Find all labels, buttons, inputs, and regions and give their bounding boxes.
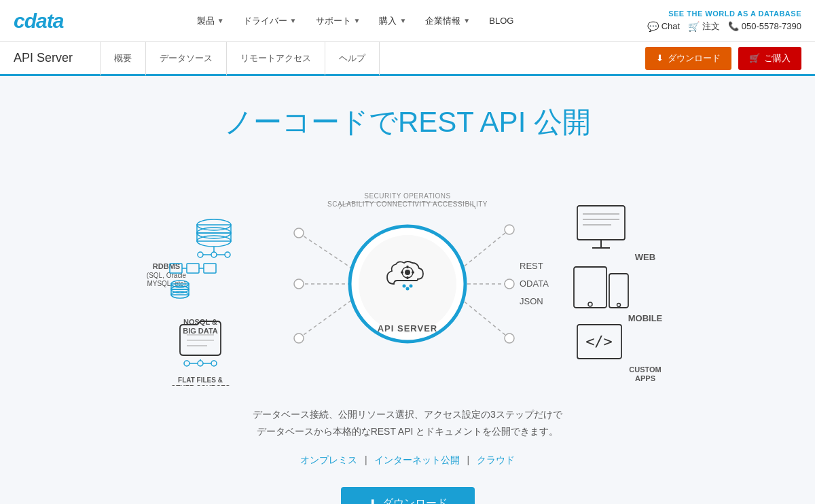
onprem-link[interactable]: オンプレミス <box>300 454 357 465</box>
order-link[interactable]: 🛒 注文 <box>688 20 720 33</box>
chevron-down-icon: ▼ <box>399 17 406 24</box>
links-row: オンプレミス | インターネット公開 | クラウド <box>300 454 514 467</box>
buy-button-subnav[interactable]: 🛒 ご購入 <box>738 47 801 70</box>
architecture-diagram: REST ODATA JSON <box>102 168 713 386</box>
subnav-help[interactable]: ヘルプ <box>325 41 380 75</box>
nav-item-products[interactable]: 製品 ▼ <box>189 10 232 33</box>
sub-nav-links: 概要 データソース リモートアクセス ヘルプ <box>100 41 645 75</box>
subnav-datasource[interactable]: データソース <box>146 41 227 75</box>
chat-icon: 💬 <box>647 21 659 32</box>
svg-text:OTHER SOURCES: OTHER SOURCES <box>170 384 230 386</box>
svg-point-24 <box>406 287 410 291</box>
phone-link[interactable]: 📞 050-5578-7390 <box>728 21 801 31</box>
sub-nav-actions: ⬇ ダウンロード 🛒 ご購入 <box>645 47 801 70</box>
svg-rect-22 <box>412 272 414 274</box>
description: データベース接続、公開リソース選択、アクセス設定の3ステップだけで データベース… <box>253 406 562 440</box>
chevron-down-icon: ▼ <box>463 17 470 24</box>
cart-icon: 🛒 <box>749 53 760 63</box>
nav-item-drivers[interactable]: ドライバー ▼ <box>235 10 305 33</box>
svg-rect-73 <box>574 267 606 308</box>
svg-text:</>: </> <box>585 333 613 350</box>
phone-icon: 📞 <box>728 21 742 31</box>
hero-title: ノーコードでREST API 公開 <box>224 103 591 141</box>
svg-text:BIG DATA: BIG DATA <box>183 327 218 335</box>
svg-point-16 <box>359 235 456 333</box>
svg-text:CUSTOM: CUSTOM <box>629 365 661 374</box>
download-icon: ⬇ <box>656 53 664 63</box>
tagline: SEE THE WORLD AS A DATABASE <box>668 10 801 18</box>
cloud-link[interactable]: クラウド <box>477 454 515 465</box>
subnav-remote[interactable]: リモートアクセス <box>227 41 325 75</box>
svg-point-25 <box>410 285 413 288</box>
top-bar: cdata 製品 ▼ ドライバー ▼ サポート ▼ 購入 ▼ 企業情報 ▼ BL… <box>0 0 815 42</box>
svg-point-10 <box>505 279 514 289</box>
svg-text:WEB: WEB <box>635 252 655 262</box>
svg-point-58 <box>184 361 189 366</box>
product-title: API Server <box>14 51 73 65</box>
svg-point-59 <box>198 361 203 366</box>
download-button-main[interactable]: ⬇ ダウンロード <box>341 487 475 504</box>
svg-point-23 <box>403 285 406 288</box>
svg-text:MOBILE: MOBILE <box>628 313 663 323</box>
svg-rect-21 <box>401 272 403 274</box>
nav-item-blog[interactable]: BLOG <box>481 10 522 31</box>
diagram-area: REST ODATA JSON <box>102 168 713 386</box>
svg-rect-45 <box>204 264 216 273</box>
logo-area: cdata <box>14 8 63 33</box>
sub-nav: API Server 概要 データソース リモートアクセス ヘルプ ⬇ ダウンロ… <box>0 42 815 76</box>
svg-text:API SERVER: API SERVER <box>378 323 438 334</box>
internet-link[interactable]: インターネット公開 <box>374 454 460 465</box>
svg-rect-66 <box>577 206 625 240</box>
subnav-overview[interactable]: 概要 <box>100 41 146 75</box>
svg-point-60 <box>211 361 217 366</box>
svg-rect-75 <box>609 274 628 308</box>
svg-text:REST: REST <box>520 261 543 271</box>
svg-point-35 <box>211 252 217 257</box>
svg-point-74 <box>588 302 592 306</box>
cart-icon: 🛒 <box>688 21 700 32</box>
svg-text:JSON: JSON <box>520 296 543 306</box>
nav-item-purchase[interactable]: 購入 ▼ <box>371 10 414 33</box>
svg-rect-19 <box>407 266 409 268</box>
top-actions: 💬 Chat 🛒 注文 📞 050-5578-7390 <box>647 20 801 33</box>
svg-text:APPS: APPS <box>635 374 655 382</box>
chevron-down-icon: ▼ <box>290 17 297 24</box>
chevron-down-icon: ▼ <box>217 17 224 24</box>
main-content: ノーコードでREST API 公開 REST ODATA JSON <box>0 76 815 504</box>
svg-text:SCALABILITY   CONNECTIVITY   A: SCALABILITY CONNECTIVITY ACCESSIBILITY <box>327 200 488 208</box>
chat-link[interactable]: 💬 Chat <box>647 21 680 32</box>
svg-text:ODATA: ODATA <box>520 278 549 289</box>
svg-rect-20 <box>407 276 409 279</box>
download-button-subnav[interactable]: ⬇ ダウンロード <box>645 47 731 70</box>
svg-point-9 <box>505 225 514 234</box>
logo[interactable]: cdata <box>14 8 63 33</box>
svg-point-76 <box>617 304 621 307</box>
svg-point-18 <box>405 270 410 275</box>
nav-item-company[interactable]: 企業情報 ▼ <box>417 10 478 33</box>
svg-point-34 <box>198 252 203 257</box>
top-nav: 製品 ▼ ドライバー ▼ サポート ▼ 購入 ▼ 企業情報 ▼ BLOG <box>189 10 522 33</box>
svg-point-5 <box>294 334 304 343</box>
svg-point-36 <box>225 252 230 257</box>
nav-item-support[interactable]: サポート ▼ <box>308 10 369 33</box>
top-right: SEE THE WORLD AS A DATABASE 💬 Chat 🛒 注文 … <box>647 10 801 33</box>
svg-point-11 <box>505 334 514 343</box>
chevron-down-icon: ▼ <box>354 17 361 24</box>
svg-point-4 <box>294 279 304 289</box>
svg-text:SECURITY    OPERATIONS: SECURITY OPERATIONS <box>364 192 450 200</box>
download-icon: ⬇ <box>368 497 377 504</box>
svg-rect-44 <box>187 264 199 273</box>
svg-point-3 <box>294 228 304 238</box>
svg-text:FLAT FILES &: FLAT FILES & <box>178 376 223 384</box>
